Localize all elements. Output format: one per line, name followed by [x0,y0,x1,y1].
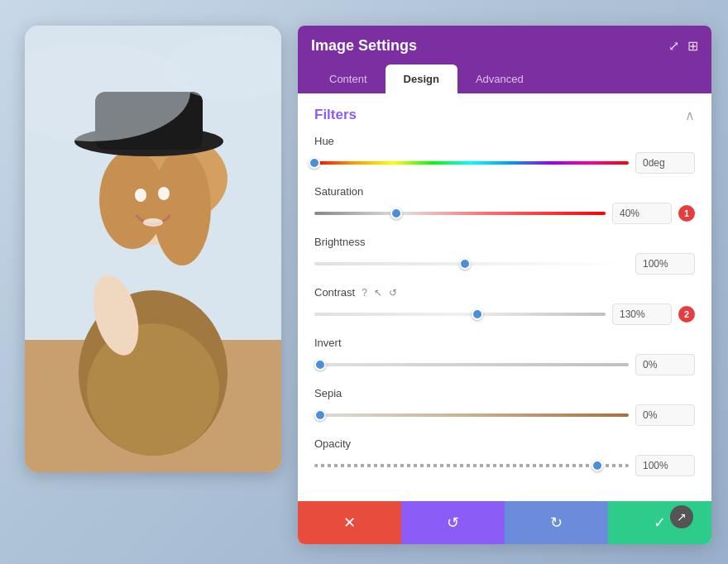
image-panel [25,26,281,472]
filter-label-contrast: Contrast [314,286,355,299]
contrast-badge: 2 [678,306,695,323]
svg-point-11 [158,187,170,200]
saturation-slider-thumb[interactable] [390,208,402,219]
filter-row-saturation: Saturation 1 [314,185,695,224]
filter-controls-contrast: 2 [314,304,695,325]
filter-label-invert: Invert [314,337,342,349]
filter-label-row-sepia: Sepia [314,387,695,399]
filter-label-row-opacity: Opacity [314,437,695,450]
filter-controls-hue [314,152,695,174]
sepia-value-input[interactable] [635,404,695,426]
filter-controls-brightness [314,253,695,275]
tab-content[interactable]: Content [311,65,386,93]
opacity-slider-track [314,464,629,467]
redo-button[interactable]: ↻ [505,501,608,544]
filter-row-contrast: Contrast ? ↖ ↺ 2 [314,286,695,325]
contrast-slider-thumb[interactable] [472,308,483,320]
panel-title-row: Image Settings ⤢ ⊞ [311,37,698,55]
contrast-slider-track [314,313,606,316]
action-bar: ✕ ↺ ↻ ✓ [298,501,711,544]
saturation-badge: 1 [678,205,695,222]
invert-slider-thumb[interactable] [314,359,326,370]
filter-row-brightness: Brightness [314,236,695,275]
filter-row-hue: Hue [314,135,695,174]
help-icon[interactable]: ? [362,287,367,299]
confirm-button[interactable]: ✓ [608,501,711,544]
panel-title: Image Settings [311,37,417,55]
filter-label-row-brightness: Brightness [314,236,695,248]
cursor-icon: ↖ [374,287,382,299]
filter-controls-opacity [314,455,695,476]
filter-row-opacity: Opacity [314,437,695,476]
opacity-slider-thumb[interactable] [592,460,603,471]
tab-advanced[interactable]: Advanced [457,65,542,93]
spacer [314,488,695,501]
filter-row-invert: Invert [314,337,695,375]
brightness-value-input[interactable] [635,253,695,275]
columns-icon[interactable]: ⊞ [687,38,698,54]
contrast-slider-container[interactable] [314,306,606,323]
invert-slider-container[interactable] [314,356,629,373]
brightness-slider-thumb[interactable] [459,258,471,270]
saturation-value-input[interactable] [612,203,672,224]
sepia-slider-container[interactable] [314,407,629,423]
person-illustration [25,26,281,472]
hue-slider-track [314,161,629,165]
section-title: Filters [314,107,357,123]
chevron-up-icon[interactable]: ∧ [685,108,695,123]
hue-slider-container[interactable] [314,155,629,171]
hue-value-input[interactable] [635,152,695,174]
settings-panel: Image Settings ⤢ ⊞ Content Design Advanc… [298,26,711,544]
contrast-value-input[interactable] [612,304,672,325]
navigate-icon[interactable]: ↗ [670,505,693,528]
sepia-slider-thumb[interactable] [314,409,326,421]
reset-icon[interactable]: ↺ [389,287,397,299]
tab-design[interactable]: Design [386,65,457,93]
filter-row-sepia: Sepia [314,387,695,426]
brightness-slider-container[interactable] [314,256,629,272]
opacity-value-input[interactable] [635,455,695,476]
panel-body: Filters ∧ Hue [298,93,711,501]
sepia-slider-track [314,413,629,417]
panel-header: Image Settings ⤢ ⊞ Content Design Advanc… [298,26,711,93]
filter-controls-invert [314,354,695,375]
undo-button[interactable]: ↺ [401,501,505,544]
filter-label-hue: Hue [314,135,334,147]
saturation-slider-container[interactable] [314,205,606,222]
filter-label-row-contrast: Contrast ? ↖ ↺ [314,286,695,299]
panel-header-icons: ⤢ ⊞ [668,38,698,54]
filter-label-row-hue: Hue [314,135,695,147]
expand-icon[interactable]: ⤢ [668,38,679,54]
svg-point-10 [135,189,146,202]
image-panel-inner [25,26,281,472]
hue-slider-thumb[interactable] [309,157,320,169]
main-container: Image Settings ⤢ ⊞ Content Design Advanc… [25,26,703,538]
filter-label-opacity: Opacity [314,437,351,450]
brightness-slider-track [314,262,629,265]
filter-label-saturation: Saturation [314,185,363,198]
invert-value-input[interactable] [635,354,695,375]
section-header: Filters ∧ [314,107,695,123]
filter-label-row-saturation: Saturation [314,185,695,198]
opacity-slider-container[interactable] [314,457,629,474]
invert-slider-track [314,363,629,366]
cancel-button[interactable]: ✕ [298,501,401,544]
tabs-row: Content Design Advanced [311,65,698,93]
svg-point-7 [153,150,211,265]
svg-point-12 [143,218,163,227]
saturation-slider-track [314,212,606,215]
filter-label-row-invert: Invert [314,337,695,349]
filter-label-brightness: Brightness [314,236,365,248]
filter-controls-sepia [314,404,695,426]
filter-controls-saturation: 1 [314,203,695,224]
filter-label-sepia: Sepia [314,387,342,399]
